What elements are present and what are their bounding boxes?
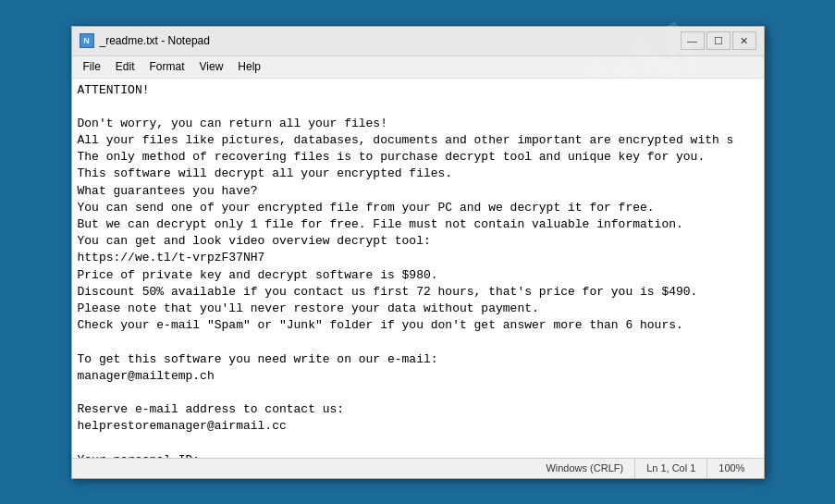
title-bar: N _readme.txt - Notepad — ☐ ✕: [72, 27, 764, 56]
menu-view[interactable]: View: [192, 58, 231, 75]
menu-format[interactable]: Format: [142, 58, 192, 75]
menu-help[interactable]: Help: [230, 58, 268, 75]
title-bar-left: N _readme.txt - Notepad: [80, 33, 210, 48]
text-area-wrapper: [72, 79, 764, 458]
line-ending-indicator: Windows (CRLF): [534, 459, 635, 478]
cursor-position: Ln 1, Col 1: [635, 459, 707, 478]
app-icon: N: [80, 33, 94, 48]
minimize-button[interactable]: —: [681, 31, 705, 50]
menu-file[interactable]: File: [76, 58, 108, 75]
notepad-window: N _readme.txt - Notepad — ☐ ✕ File Edit …: [71, 26, 765, 479]
text-editor[interactable]: [72, 79, 764, 458]
window-title: _readme.txt - Notepad: [100, 34, 210, 47]
close-button[interactable]: ✕: [732, 31, 756, 50]
status-bar: Windows (CRLF) Ln 1, Col 1 100%: [72, 458, 764, 478]
window-controls: — ☐ ✕: [681, 31, 756, 50]
maximize-button[interactable]: ☐: [706, 31, 731, 50]
menu-bar: File Edit Format View Help: [72, 56, 764, 79]
zoom-level: 100%: [707, 459, 755, 478]
menu-edit[interactable]: Edit: [108, 58, 142, 75]
